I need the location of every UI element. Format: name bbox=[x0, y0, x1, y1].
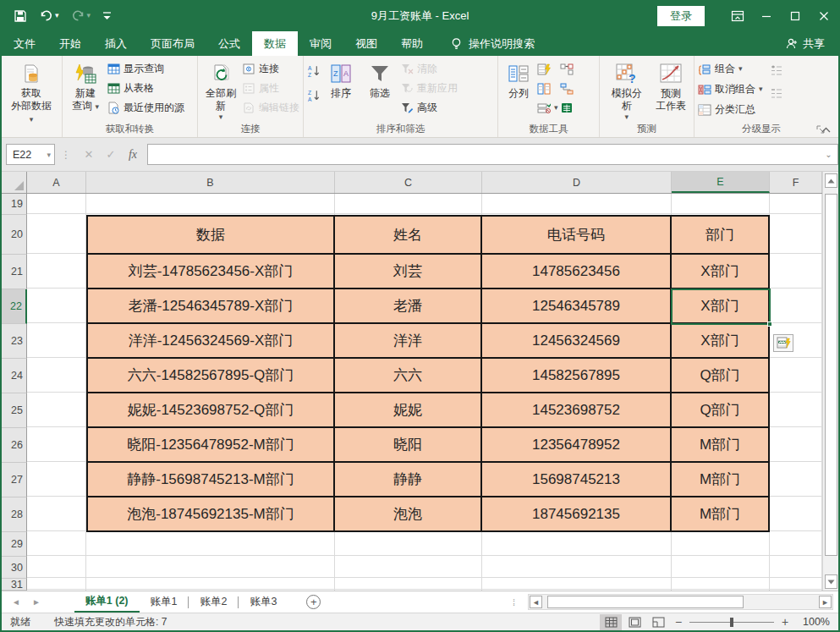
cell-C28[interactable]: 泡泡 bbox=[335, 497, 482, 532]
column-header-D[interactable]: D bbox=[482, 172, 672, 193]
sheet-tab-账单3[interactable]: 账单3 bbox=[239, 591, 288, 613]
expand-formula-bar-icon[interactable]: ⌄ bbox=[820, 144, 838, 165]
sort-descending-button[interactable]: ZA bbox=[307, 86, 321, 104]
properties-button[interactable]: 属性 bbox=[242, 80, 299, 97]
subtotal-button[interactable]: 分类汇总 bbox=[698, 101, 763, 118]
cell-E23[interactable]: X部门 bbox=[672, 324, 770, 359]
cell-B25[interactable]: 妮妮-14523698752-Q部门 bbox=[86, 393, 335, 428]
menu-tab-插入[interactable]: 插入 bbox=[93, 31, 139, 56]
cell-C22[interactable]: 老潘 bbox=[335, 289, 482, 324]
sort-ascending-button[interactable]: AZ bbox=[307, 62, 321, 80]
menu-tab-审阅[interactable]: 审阅 bbox=[298, 31, 343, 56]
sheet-nav-right-icon[interactable]: ► bbox=[32, 597, 41, 607]
scroll-down-icon[interactable] bbox=[825, 574, 837, 589]
sheet-nav-left-icon[interactable]: ◄ bbox=[12, 597, 20, 607]
cell-C24[interactable]: 六六 bbox=[335, 359, 482, 393]
show-detail-button[interactable] bbox=[770, 62, 783, 80]
cell-D21[interactable]: 14785623456 bbox=[482, 255, 672, 289]
menu-tab-公式[interactable]: 公式 bbox=[206, 31, 252, 56]
data-validation-button[interactable]: ▾ bbox=[537, 99, 558, 117]
cell-B27[interactable]: 静静-15698745213-M部门 bbox=[86, 463, 335, 497]
row-header-22[interactable]: 22 bbox=[2, 289, 27, 324]
from-table-button[interactable]: 从表格 bbox=[107, 80, 184, 97]
formula-input[interactable] bbox=[147, 144, 820, 165]
advanced-filter-button[interactable]: 高级 bbox=[400, 99, 458, 117]
row-header-23[interactable]: 23 bbox=[2, 324, 27, 359]
tell-me-search[interactable]: 操作说明搜索 bbox=[450, 31, 535, 56]
vertical-scroll-thumb[interactable] bbox=[825, 194, 837, 556]
forecast-sheet-button[interactable]: 预测 工作表 bbox=[651, 58, 690, 115]
customize-qat-button[interactable] bbox=[102, 11, 112, 21]
scroll-up-icon[interactable] bbox=[825, 173, 837, 188]
column-header-B[interactable]: B bbox=[86, 172, 335, 193]
sheet-tab-账单1[interactable]: 账单1 bbox=[140, 591, 189, 613]
horizontal-scroll-thumb[interactable] bbox=[547, 596, 744, 608]
cell-C26[interactable]: 晓阳 bbox=[335, 428, 482, 463]
ribbon-display-options-icon[interactable] bbox=[723, 0, 752, 31]
show-queries-button[interactable]: 显示查询 bbox=[107, 60, 184, 78]
flash-fill-options-button[interactable] bbox=[773, 334, 793, 352]
menu-tab-文件[interactable]: 文件 bbox=[2, 31, 47, 56]
formula-bar-handle[interactable]: ⋮ bbox=[61, 149, 72, 161]
refresh-all-button[interactable]: 全部刷新 ▾ bbox=[201, 58, 240, 124]
zoom-in-button[interactable]: + bbox=[777, 615, 793, 629]
name-box-dropdown-icon[interactable]: ▾ bbox=[47, 151, 51, 159]
sort-button[interactable]: ZA 排序 bbox=[322, 58, 360, 102]
connections-button[interactable]: 连接 bbox=[242, 60, 299, 78]
cell-E27[interactable]: M部门 bbox=[672, 463, 770, 497]
confirm-entry-icon[interactable]: ✓ bbox=[100, 144, 122, 165]
zoom-out-button[interactable]: − bbox=[671, 615, 686, 629]
cell-D25[interactable]: 14523698752 bbox=[482, 393, 672, 428]
cell-D20[interactable]: 电话号码 bbox=[482, 215, 672, 255]
menu-tab-开始[interactable]: 开始 bbox=[47, 31, 93, 56]
zoom-slider-handle[interactable] bbox=[730, 618, 733, 627]
scroll-left-icon[interactable]: ◄ bbox=[530, 596, 542, 608]
page-layout-view-button[interactable] bbox=[623, 614, 645, 630]
zoom-slider[interactable] bbox=[689, 622, 774, 623]
normal-view-button[interactable] bbox=[600, 614, 622, 630]
menu-tab-帮助[interactable]: 帮助 bbox=[389, 31, 435, 56]
row-header-24[interactable]: 24 bbox=[2, 359, 27, 393]
menu-tab-视图[interactable]: 视图 bbox=[343, 31, 389, 56]
cell-B21[interactable]: 刘芸-14785623456-X部门 bbox=[86, 255, 335, 289]
row-header-26[interactable]: 26 bbox=[2, 428, 27, 463]
cell-D22[interactable]: 12546345789 bbox=[482, 289, 672, 324]
row-header-28[interactable]: 28 bbox=[2, 497, 27, 532]
redo-button[interactable]: ▾ bbox=[71, 9, 91, 22]
cell-D23[interactable]: 12456324569 bbox=[482, 324, 672, 359]
cell-C21[interactable]: 刘芸 bbox=[335, 255, 482, 289]
consolidate-button[interactable] bbox=[560, 60, 574, 78]
minimize-button[interactable] bbox=[752, 0, 781, 31]
column-header-C[interactable]: C bbox=[335, 172, 482, 193]
collapse-ribbon-icon[interactable] bbox=[821, 126, 832, 134]
select-all-button[interactable] bbox=[2, 172, 27, 193]
page-break-view-button[interactable] bbox=[647, 614, 669, 630]
cell-C20[interactable]: 姓名 bbox=[335, 215, 482, 255]
cell-B20[interactable]: 数据 bbox=[86, 215, 335, 255]
column-header-F[interactable]: F bbox=[770, 172, 822, 193]
row-header-25[interactable]: 25 bbox=[2, 393, 27, 428]
filter-button[interactable]: 筛选 bbox=[361, 58, 398, 102]
group-button[interactable]: 组合 ▾ bbox=[698, 60, 763, 78]
cell-E26[interactable]: M部门 bbox=[672, 428, 770, 463]
remove-duplicates-button[interactable] bbox=[537, 80, 558, 97]
cell-D26[interactable]: 12356478952 bbox=[482, 428, 672, 463]
ungroup-button[interactable]: 取消组合 ▾ bbox=[698, 80, 763, 98]
clear-filter-button[interactable]: 清除 bbox=[400, 60, 458, 78]
cell-B26[interactable]: 晓阳-12356478952-M部门 bbox=[86, 428, 335, 463]
text-to-columns-button[interactable]: 分列 bbox=[502, 58, 535, 102]
cell-E28[interactable]: M部门 bbox=[672, 497, 770, 532]
flash-fill-button[interactable] bbox=[537, 60, 558, 78]
maximize-button[interactable] bbox=[781, 0, 810, 31]
sheet-tab-账单2[interactable]: 账单2 bbox=[189, 591, 238, 613]
cell-C23[interactable]: 洋洋 bbox=[335, 324, 482, 359]
cell-B24[interactable]: 六六-14582567895-Q部门 bbox=[86, 359, 335, 393]
cell-E25[interactable]: Q部门 bbox=[672, 393, 770, 428]
tab-scrollbar-splitter[interactable]: ⁞ bbox=[513, 591, 515, 613]
undo-button[interactable]: ▾ bbox=[39, 9, 59, 22]
what-if-analysis-button[interactable]: ? 模拟分析 ▾ bbox=[603, 58, 650, 124]
manage-data-model-button[interactable] bbox=[560, 99, 574, 117]
new-sheet-button[interactable]: + bbox=[306, 595, 321, 609]
cell-E22[interactable]: X部门 bbox=[672, 289, 770, 324]
zoom-level[interactable]: 100% bbox=[794, 616, 830, 628]
